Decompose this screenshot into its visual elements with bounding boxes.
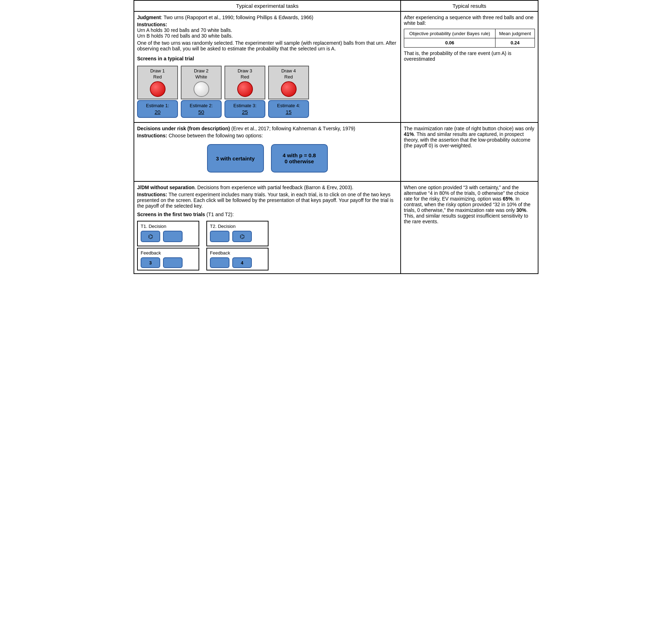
t1-feedback-empty xyxy=(163,257,183,268)
s3-instructions-text: The current experiment includes many tri… xyxy=(137,192,394,209)
estimate2-val: 50 xyxy=(183,109,220,115)
draw-box-4: Draw 4Red xyxy=(268,66,309,99)
estimate-box-2[interactable]: Estimate 2: 50 xyxy=(181,100,222,118)
screens-label: Screens in a typical trial xyxy=(137,56,194,61)
draw3-label: Draw 3Red xyxy=(238,68,252,80)
draw4-label: Draw 4Red xyxy=(281,68,296,80)
col1-header: Objective probability (under Bayes rule) xyxy=(404,29,495,38)
draw1-ball xyxy=(150,81,166,97)
t2-buttons: ⌬ xyxy=(210,231,265,242)
urn-desc-text: One of the two urns was randomly selecte… xyxy=(137,40,397,51)
section3-left: J/DM without separation. Decisions from … xyxy=(134,181,401,274)
t1-feedback-label: Feedback xyxy=(141,250,196,256)
t1-feedback-val: 3 xyxy=(141,257,160,268)
s1-right-intro: After experiencing a sequence with three… xyxy=(404,15,535,26)
t1-btn-left[interactable]: ⌬ xyxy=(141,231,160,242)
judgment-title: Judgment xyxy=(137,15,161,20)
trials-container: T1. Decision ⌬ Feedback 3 xyxy=(137,221,397,270)
s3-screens-sub: (T1 and T2): xyxy=(205,212,234,217)
estimate-box-4[interactable]: Estimate 4: 15 xyxy=(268,100,309,118)
s2-right-text: The maximization rate (rate of right but… xyxy=(404,126,535,148)
draw2-ball xyxy=(194,81,209,97)
judgment-ref: : Two urns (Rapoport et al., 1990; follo… xyxy=(161,15,313,20)
section2-right: The maximization rate (rate of right but… xyxy=(401,122,538,181)
estimate4-val: 15 xyxy=(270,109,307,115)
section2-left: Decisions under risk (from description) … xyxy=(134,122,401,181)
t2-title: T2. Decision xyxy=(210,224,265,229)
estimate2-label: Estimate 2: xyxy=(190,103,213,108)
t1-feedback-buttons: 3 xyxy=(141,257,196,268)
draw2-label: Draw 2White xyxy=(194,68,208,80)
cursor-icon-t1: ⌬ xyxy=(148,233,153,240)
t1-decision-box: T1. Decision ⌬ xyxy=(137,221,199,246)
draw-box-2: Draw 2White xyxy=(181,66,222,99)
s3-bold2: 30% xyxy=(516,207,526,213)
draw-group-1: Draw 1Red Estimate 1: 20 xyxy=(137,66,178,118)
t2-feedback-empty xyxy=(210,257,229,268)
t2-feedback-box: Feedback 4 xyxy=(206,248,269,270)
t2-btn-left[interactable] xyxy=(210,231,229,242)
s2-text2: . This and similar results are captured,… xyxy=(404,131,530,148)
s2-title: Decisions under risk (from description) xyxy=(137,126,230,131)
trial-group-2: T2. Decision ⌬ Feedback xyxy=(206,221,269,270)
t2-decision-box: T2. Decision ⌬ xyxy=(206,221,269,246)
instructions-label-s2: Instructions: xyxy=(137,133,167,138)
right-header: Typical results xyxy=(401,0,538,11)
t1-btn-right[interactable] xyxy=(163,231,183,242)
decision-btn-1[interactable]: 3 with certainty xyxy=(207,144,264,173)
trial-group-1: T1. Decision ⌬ Feedback 3 xyxy=(137,221,199,270)
s3-title-rest: . Decisions from experience with partial… xyxy=(195,185,353,190)
draw-group-3: Draw 3Red Estimate 3: 25 xyxy=(224,66,265,118)
s1-right-conclusion: That is, the probability of the rare eve… xyxy=(404,50,535,62)
estimate1-label: Estimate 1: xyxy=(146,103,169,108)
estimate4-label: Estimate 4: xyxy=(277,103,300,108)
main-table: Typical experimental tasks Typical resul… xyxy=(134,0,538,274)
decision-buttons: 3 with certainty 4 with p = 0.80 otherwi… xyxy=(137,144,397,173)
s2-bold1: 41% xyxy=(404,131,414,137)
urn-a-text: Urn A holds 30 red balls and 70 white ba… xyxy=(137,27,397,33)
instructions-label-s3: Instructions: xyxy=(137,192,167,197)
col2-val: 0.24 xyxy=(510,40,519,45)
t2-feedback-val: 4 xyxy=(232,257,252,268)
draw4-ball xyxy=(281,81,297,97)
t2-feedback-label: Feedback xyxy=(210,250,265,256)
left-header: Typical experimental tasks xyxy=(134,0,401,11)
draw-box-1: Draw 1Red xyxy=(137,66,178,99)
estimate-box-3[interactable]: Estimate 3: 25 xyxy=(224,100,265,118)
s2-ref: (Erev et al., 2017; following Kahneman &… xyxy=(230,126,355,131)
estimate1-val: 20 xyxy=(139,109,176,115)
draw1-label: Draw 1Red xyxy=(150,68,165,80)
urn-b-text: Urn B holds 70 red balls and 30 white ba… xyxy=(137,33,397,39)
col1-val: 0.06 xyxy=(445,40,454,45)
t1-buttons: ⌬ xyxy=(141,231,196,242)
draw3-ball xyxy=(237,81,253,97)
section1-right: After experiencing a sequence with three… xyxy=(401,11,538,122)
draw-group-4: Draw 4Red Estimate 4: 15 xyxy=(268,66,309,118)
s3-screens-label: Screens in the first two trials xyxy=(137,212,205,217)
section1-left: Judgment: Two urns (Rapoport et al., 199… xyxy=(134,11,401,122)
estimate3-val: 25 xyxy=(227,109,263,115)
results-inner-table: Objective probability (under Bayes rule)… xyxy=(404,29,535,48)
draws-container: Draw 1Red Estimate 1: 20 Draw 2White xyxy=(137,66,397,118)
estimate-box-1[interactable]: Estimate 1: 20 xyxy=(137,100,178,118)
t2-feedback-buttons: 4 xyxy=(210,257,265,268)
draw-group-2: Draw 2White Estimate 2: 50 xyxy=(181,66,222,118)
cursor-icon-t2: ⌬ xyxy=(240,233,245,240)
s2-instructions-text: Choose between the following two options… xyxy=(167,133,263,138)
s2-text1: The maximization rate (rate of right but… xyxy=(404,126,534,131)
draw-box-3: Draw 3Red xyxy=(224,66,265,99)
section3-right: When one option provided “3 with certain… xyxy=(401,181,538,274)
decision-btn-2[interactable]: 4 with p = 0.80 otherwise xyxy=(271,144,328,173)
col2-header: Mean judgment xyxy=(495,29,535,38)
t2-btn-right[interactable]: ⌬ xyxy=(232,231,252,242)
s3-title-bold: J/DM without separation xyxy=(137,185,195,190)
t1-feedback-box: Feedback 3 xyxy=(137,248,199,270)
s3-right-text: When one option provided “3 with certain… xyxy=(404,185,535,224)
s3-bold1: 65% xyxy=(503,196,513,202)
estimate3-label: Estimate 3: xyxy=(233,103,256,108)
t1-title: T1. Decision xyxy=(141,224,196,229)
instructions-label-s1: Instructions: xyxy=(137,22,167,27)
